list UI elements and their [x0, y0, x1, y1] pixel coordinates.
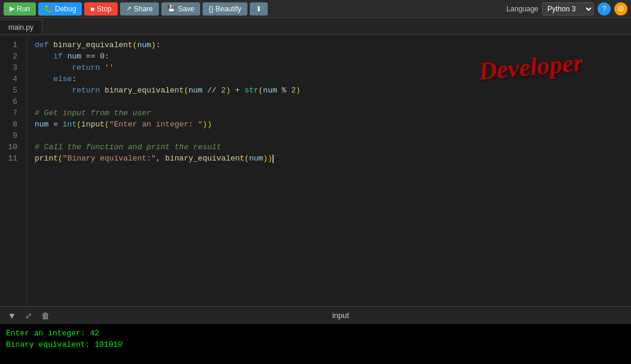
language-label: Language: [507, 5, 538, 13]
line-num-11: 11: [0, 153, 22, 164]
console-output: Enter an integer: 42 Binary equivalent: …: [0, 324, 631, 364]
line-num-5: 5: [0, 85, 22, 96]
stop-icon: ■: [90, 5, 94, 13]
console-clear-button[interactable]: 🗑: [39, 310, 51, 322]
save-label: Save: [178, 5, 194, 13]
console-bar: ▼ ⤢ 🗑 input: [0, 306, 631, 324]
toolbar: ▶ Run 🐛 Debug ■ Stop ↗ Share 💾 Save {} B…: [0, 0, 631, 18]
line-num-10: 10: [0, 141, 22, 153]
code-line-7: # Get input from the user: [35, 107, 631, 119]
language-section: Language Python 3 Python 2 JavaScript Ja…: [507, 2, 627, 16]
code-line-5: return binary_equivalent(num // 2) + str…: [35, 85, 631, 96]
share-button[interactable]: ↗ Share: [120, 2, 159, 16]
beautify-label: {} Beautify: [209, 5, 241, 13]
share-label: Share: [134, 5, 153, 13]
code-line-1: def binary_equivalent(num):: [35, 39, 631, 51]
code-line-4: else:: [35, 73, 631, 85]
code-area[interactable]: def binary_equivalent(num): if num == 0:…: [27, 35, 631, 306]
save-button[interactable]: 💾 Save: [161, 2, 200, 16]
line-num-7: 7: [0, 107, 22, 119]
file-tab-main[interactable]: main.py: [0, 20, 42, 34]
code-line-10: # Call the function and print the result: [35, 141, 631, 153]
run-button[interactable]: ▶ Run: [4, 2, 36, 16]
line-num-4: 4: [0, 73, 22, 85]
console-collapse-button[interactable]: ▼: [6, 310, 18, 322]
save-icon: 💾: [167, 5, 176, 13]
share-icon: ↗: [126, 5, 131, 13]
settings-button[interactable]: ⚙: [614, 2, 627, 16]
language-select[interactable]: Python 3 Python 2 JavaScript Java C++: [542, 2, 594, 16]
stop-button[interactable]: ■ Stop: [84, 2, 117, 16]
code-line-8: num = int(input("Enter an integer: ")): [35, 119, 631, 130]
stop-label: Stop: [97, 5, 112, 13]
debug-label: Debug: [55, 5, 76, 13]
editor-area: 1 2 3 4 5 6 7 8 9 10 11 def binary_equiv…: [0, 35, 631, 306]
line-num-6: 6: [0, 96, 22, 107]
beautify-button[interactable]: {} Beautify: [203, 2, 247, 16]
code-line-2: if num == 0:: [35, 51, 631, 62]
code-line-6: [35, 96, 631, 107]
info-button[interactable]: ?: [598, 2, 611, 16]
download-button[interactable]: ⬇: [250, 2, 268, 16]
console-expand-button[interactable]: ⤢: [23, 310, 35, 322]
debug-icon: 🐛: [44, 5, 53, 13]
line-num-3: 3: [0, 62, 22, 73]
code-line-11: print("Binary equivalent:", binary_equiv…: [35, 153, 631, 164]
run-label: Run: [17, 5, 30, 13]
console-line-2: Binary equivalent: 101010: [6, 339, 625, 350]
line-num-1: 1: [0, 39, 22, 51]
file-tab-bar: main.py: [0, 18, 631, 35]
console-line-1: Enter an integer: 42: [6, 328, 625, 339]
line-num-9: 9: [0, 130, 22, 141]
line-num-8: 8: [0, 119, 22, 130]
console-line-4: ...Program finished with exit code 0: [6, 362, 625, 364]
debug-button[interactable]: 🐛 Debug: [38, 2, 82, 16]
console-line-3: [6, 350, 625, 362]
download-icon: ⬇: [256, 5, 262, 13]
file-tab-label: main.py: [8, 23, 33, 32]
code-line-9: [35, 130, 631, 141]
code-line-3: return '': [35, 62, 631, 73]
run-icon: ▶: [10, 5, 14, 13]
line-numbers: 1 2 3 4 5 6 7 8 9 10 11: [0, 35, 27, 306]
line-num-2: 2: [0, 51, 22, 62]
console-title: input: [56, 311, 625, 320]
